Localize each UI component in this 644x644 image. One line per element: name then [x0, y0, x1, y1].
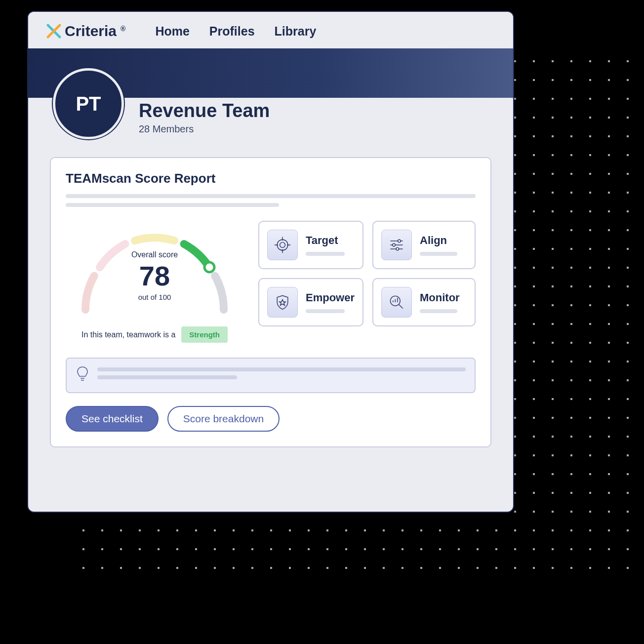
team-members: 28 Members [139, 123, 270, 135]
placeholder-line [97, 367, 466, 371]
placeholder-line [306, 252, 345, 256]
score-report-card: TEAMscan Score Report [50, 157, 491, 447]
placeholder-line [306, 309, 345, 313]
report-title: TEAMscan Score Report [66, 171, 476, 186]
svg-point-8 [398, 240, 401, 242]
team-avatar: PT [53, 68, 124, 139]
gauge-column: Overall score 78 out of 100 In this team… [66, 221, 243, 343]
strength-lead: In this team, teamwork is a [81, 330, 175, 339]
criteria-x-icon [46, 23, 62, 39]
main-nav: Home Profiles Library [155, 24, 316, 39]
tile-target[interactable]: Target [258, 221, 363, 269]
nav-home[interactable]: Home [155, 24, 189, 39]
placeholder-line [66, 203, 279, 207]
tile-monitor[interactable]: Monitor [372, 278, 476, 326]
tile-label: Empower [306, 291, 355, 304]
sliders-icon [381, 230, 412, 260]
svg-point-1 [277, 240, 288, 250]
placeholder-line [420, 309, 457, 313]
placeholder-line [97, 375, 237, 379]
team-header: PT Revenue Team 28 Members [28, 68, 513, 139]
nav-library[interactable]: Library [275, 24, 317, 39]
strength-row: In this team, teamwork is a Strength [66, 326, 243, 343]
tip-callout [66, 358, 476, 393]
tile-label: Align [420, 234, 467, 247]
magnify-chart-icon [381, 287, 412, 318]
overall-score-label: Overall score [71, 250, 239, 259]
score-breakdown-button[interactable]: Score breakdown [167, 406, 280, 432]
lightbulb-icon [76, 365, 89, 385]
tile-align[interactable]: Align [372, 221, 476, 269]
nav-profiles[interactable]: Profiles [209, 24, 255, 39]
svg-point-12 [396, 247, 399, 250]
team-meta: Revenue Team 28 Members [139, 100, 270, 135]
strength-badge: Strength [181, 326, 228, 343]
dimension-grid: Target Align [258, 221, 476, 326]
gauge-center: Overall score 78 out of 100 [71, 250, 239, 301]
brand-logo[interactable]: Criteria ® [46, 23, 125, 40]
brand-name: Criteria [65, 23, 117, 40]
svg-point-10 [393, 243, 395, 246]
svg-point-2 [280, 242, 285, 248]
tile-label: Target [306, 234, 355, 247]
see-checklist-button[interactable]: See checklist [66, 406, 159, 432]
report-content: Overall score 78 out of 100 In this team… [66, 221, 476, 343]
placeholder-line [66, 194, 476, 198]
tile-empower[interactable]: Empower [258, 278, 363, 326]
tile-label: Monitor [420, 291, 467, 304]
registered-mark: ® [121, 25, 125, 33]
target-icon [267, 230, 298, 260]
action-buttons: See checklist Score breakdown [66, 406, 476, 432]
shield-star-icon [267, 287, 298, 318]
overall-score-outof: out of 100 [71, 293, 239, 301]
overall-score-value: 78 [71, 262, 239, 290]
app-window: Criteria ® Home Profiles Library PT Reve… [27, 11, 514, 513]
overall-score-gauge: Overall score 78 out of 100 [71, 221, 239, 320]
svg-line-14 [399, 305, 403, 309]
avatar-initials: PT [76, 93, 101, 115]
top-bar: Criteria ® Home Profiles Library [28, 12, 513, 48]
placeholder-line [420, 252, 457, 256]
team-name: Revenue Team [139, 100, 270, 121]
